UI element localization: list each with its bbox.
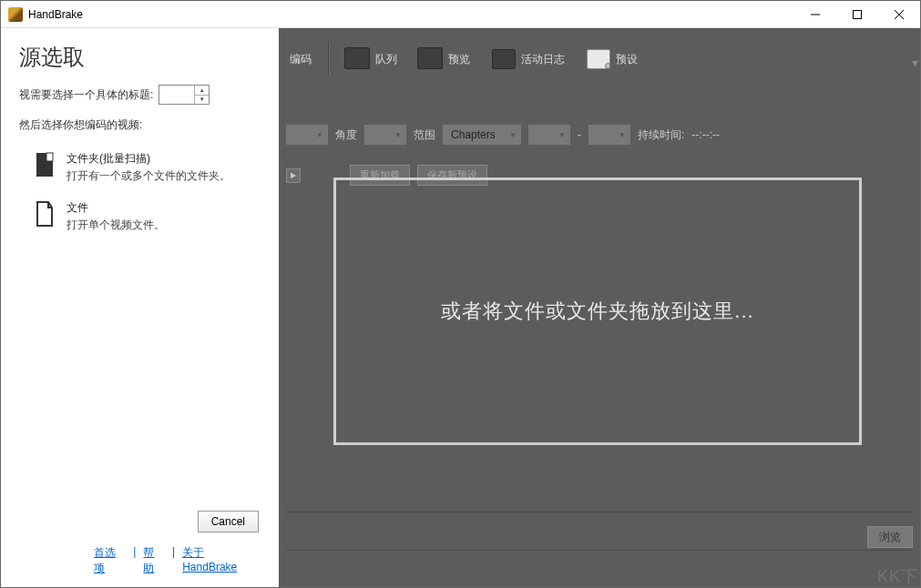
queue-icon (346, 49, 370, 69)
maximize-button[interactable] (836, 1, 878, 28)
toolbar-presets[interactable]: 预设 (579, 46, 645, 73)
spin-down-icon[interactable]: ▼ (195, 96, 209, 105)
folder-icon (34, 151, 56, 178)
svg-rect-1 (854, 10, 862, 18)
chevron-down-icon: ▼ (558, 131, 566, 139)
help-link[interactable]: 帮助 (143, 545, 165, 576)
cancel-button[interactable]: Cancel (198, 511, 259, 532)
range-end-select[interactable]: ▼ (588, 125, 630, 145)
footer-links: 首选项 | 帮助 | 关于 HandBrake (19, 542, 261, 576)
option-title: 文件 (67, 200, 165, 216)
chevron-down-icon: ▼ (394, 131, 402, 139)
activity-icon (492, 49, 516, 69)
open-file-option[interactable]: 文件 打开单个视频文件。 (19, 193, 261, 242)
titlebar: HandBrake (1, 1, 920, 28)
toolbar-encode[interactable]: 编码 (282, 48, 319, 71)
svg-rect-5 (46, 153, 53, 161)
drop-zone-text: 或者将文件或文件夹拖放到这里... (441, 298, 753, 325)
file-icon (34, 200, 56, 228)
duration-value: --:--:-- (691, 128, 720, 141)
watermark: KK下 (877, 565, 918, 587)
option-title: 文件夹(批量扫描) (67, 151, 230, 167)
drop-zone[interactable]: 或者将文件或文件夹拖放到这里... (333, 177, 862, 445)
minimize-button[interactable] (794, 1, 836, 28)
open-folder-option[interactable]: 文件夹(批量扫描) 打开有一个或多个文件的文件夹。 (19, 144, 261, 193)
filter-row: ▼ 角度 ▼ 范围 Chapters▼ ▼ - ▼ 持续时间: --:--:-- (279, 125, 920, 145)
about-link[interactable]: 关于 HandBrake (182, 545, 261, 576)
duration-label: 持续时间: (638, 127, 684, 143)
option-desc: 打开有一个或多个文件的文件夹。 (67, 168, 230, 184)
chevron-down-icon: ▼ (509, 131, 517, 139)
option-desc: 打开单个视频文件。 (67, 218, 165, 233)
toolbar: 编码 队列 预览 活动日志 预设 ▾ (279, 35, 920, 83)
close-button[interactable] (878, 1, 920, 28)
encode-prompt: 然后选择你想编码的视频: (19, 117, 261, 133)
spin-up-icon[interactable]: ▲ (195, 86, 209, 96)
preset-expand-icon[interactable]: ▶ (286, 168, 301, 183)
chevron-down-icon: ▼ (316, 131, 323, 139)
panel-heading: 源选取 (19, 43, 261, 72)
range-label: 范围 (414, 127, 435, 143)
toolbar-queue[interactable]: 队列 (339, 46, 404, 73)
range-dash: - (578, 128, 581, 141)
toolbar-activity[interactable]: 活动日志 (485, 46, 572, 73)
prefs-link[interactable]: 首选项 (94, 545, 126, 576)
angle-select[interactable]: ▼ (364, 125, 406, 145)
source-selection-panel: 源选取 视需要选择一个具体的标题: ▲ ▼ 然后选择你想编码的视频: 文件夹(批… (1, 28, 279, 587)
title-prompt: 视需要选择一个具体的标题: (19, 87, 153, 103)
preview-icon (419, 49, 443, 69)
preset-icon (587, 49, 610, 69)
range-start-select[interactable]: ▼ (528, 125, 570, 145)
browse-button[interactable]: 浏览 (867, 526, 913, 548)
range-type-select[interactable]: Chapters▼ (443, 125, 521, 145)
app-icon (8, 7, 23, 22)
main-window-dimmed: 编码 队列 预览 活动日志 预设 ▾ ▼ 角度 ▼ (279, 28, 920, 587)
toolbar-preview[interactable]: 预览 (412, 46, 477, 73)
chevron-down-icon: ▼ (619, 131, 626, 139)
title-number-input[interactable]: ▲ ▼ (159, 85, 210, 105)
title-select[interactable]: ▼ (286, 125, 328, 145)
toolbar-overflow-icon[interactable]: ▾ (912, 56, 918, 70)
window-title: HandBrake (28, 8, 83, 21)
angle-label: 角度 (335, 127, 357, 143)
